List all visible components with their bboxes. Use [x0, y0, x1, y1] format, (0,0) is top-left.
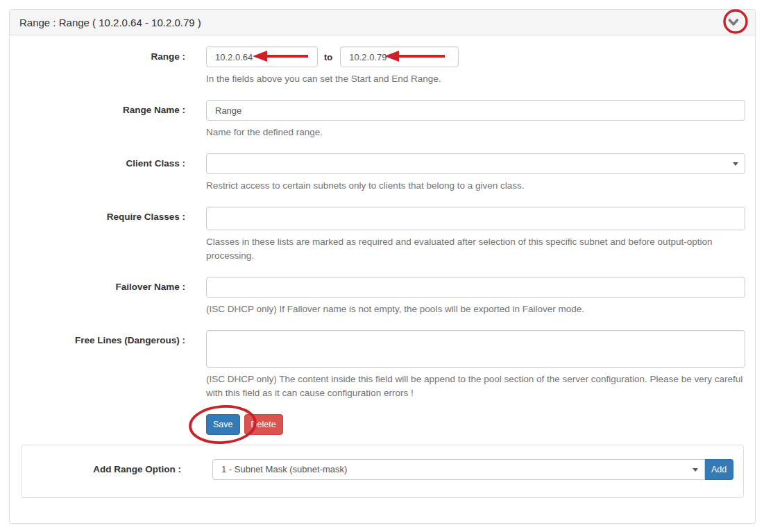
form-actions: Save Delete	[206, 414, 745, 435]
add-range-option-label: Add Range Option :	[31, 459, 212, 480]
range-name-input[interactable]	[206, 100, 745, 121]
range-help-text: In the fields above you can set the Star…	[206, 72, 745, 86]
caret-down-icon	[733, 162, 738, 166]
range-end-input[interactable]	[340, 46, 459, 67]
range-label: Range :	[19, 46, 206, 92]
client-class-select[interactable]	[206, 153, 745, 174]
form-row-range-name: Range Name : Name for the defined range.	[19, 100, 745, 145]
range-option-selected-value: 1 - Subnet Mask (subnet-mask)	[221, 464, 347, 474]
range-name-help-text: Name for the defined range.	[206, 126, 745, 139]
page: Range : Range ( 10.2.0.64 - 10.2.0.79 ) …	[0, 0, 764, 532]
require-classes-label: Require Classes :	[19, 207, 206, 268]
chevron-down-icon	[728, 19, 739, 26]
client-class-label: Client Class :	[19, 153, 206, 198]
form-row-failover-name: Failover Name : (ISC DHCP only) If Failo…	[19, 277, 745, 322]
form-row-require-classes: Require Classes : Classes in these lists…	[19, 207, 745, 268]
client-class-help-text: Restrict access to certain subnets only …	[206, 179, 745, 193]
free-lines-label: Free Lines (Dangerous) :	[19, 330, 206, 406]
panel-body: Range : to In the fields above you can s…	[10, 35, 755, 498]
collapse-toggle[interactable]	[727, 17, 740, 27]
range-to-separator: to	[318, 52, 340, 62]
failover-name-input[interactable]	[206, 277, 745, 298]
free-lines-textarea[interactable]	[206, 330, 745, 368]
form-row-free-lines: Free Lines (Dangerous) : (ISC DHCP only)…	[19, 330, 745, 406]
require-classes-help-text: Classes in these lists are marked as req…	[206, 235, 745, 263]
form-row-add-range-option: Add Range Option : 1 - Subnet Mask (subn…	[31, 459, 733, 480]
failover-name-help-text: (ISC DHCP only) If Failover name is not …	[206, 302, 745, 316]
panel-header: Range : Range ( 10.2.0.64 - 10.2.0.79 )	[10, 10, 755, 35]
range-option-select[interactable]: 1 - Subnet Mask (subnet-mask)	[212, 459, 705, 480]
range-name-label: Range Name :	[19, 100, 206, 145]
form-row-client-class: Client Class : Restrict access to certai…	[19, 153, 745, 198]
range-start-input[interactable]	[206, 46, 318, 67]
add-button[interactable]: Add	[705, 459, 733, 480]
failover-name-label: Failover Name :	[19, 277, 206, 322]
save-button[interactable]: Save	[206, 414, 240, 435]
caret-down-icon	[693, 468, 698, 472]
panel-title: Range : Range ( 10.2.0.64 - 10.2.0.79 )	[19, 17, 201, 28]
free-lines-help-text: (ISC DHCP only) The content inside this …	[206, 372, 745, 400]
add-range-option-panel: Add Range Option : 1 - Subnet Mask (subn…	[21, 445, 744, 498]
form-row-range: Range : to In the fields above you can s…	[19, 46, 745, 92]
delete-button[interactable]: Delete	[244, 414, 283, 435]
range-panel: Range : Range ( 10.2.0.64 - 10.2.0.79 ) …	[9, 9, 756, 524]
require-classes-input[interactable]	[206, 207, 745, 230]
